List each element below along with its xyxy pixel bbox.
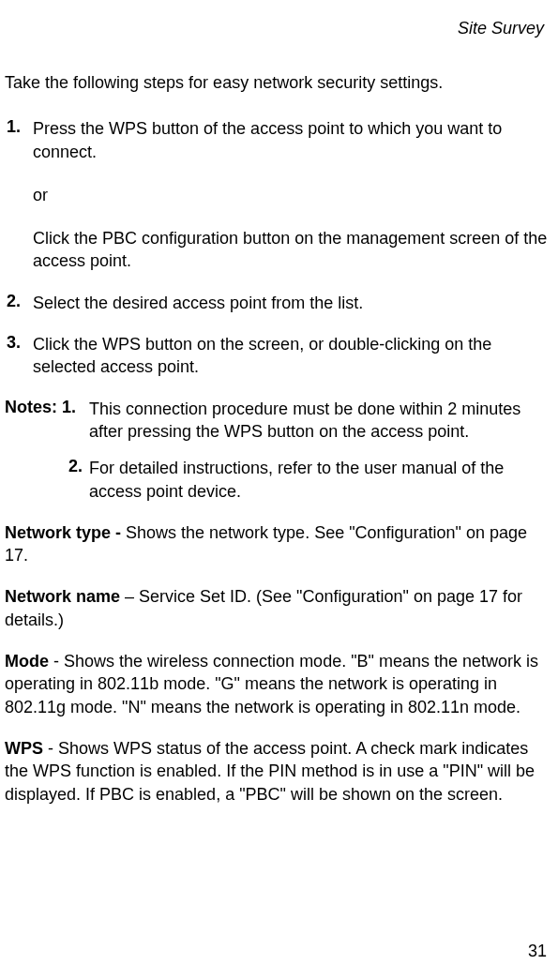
notes-block: Notes: 1. This connection procedure must…	[5, 398, 549, 503]
step-or: or	[33, 184, 549, 206]
definition-network-name: Network name – Service Set ID. (See "Con…	[5, 585, 549, 631]
step-content: Click the WPS button on the screen, or d…	[33, 333, 549, 379]
def-label: Mode	[5, 652, 49, 671]
notes-item-1: This connection procedure must be done w…	[89, 398, 549, 444]
def-text: - Shows WPS status of the access point. …	[5, 739, 535, 804]
step-number: 1.	[5, 117, 33, 272]
notes-item-2: For detailed instructions, refer to the …	[89, 457, 549, 503]
definition-mode: Mode - Shows the wireless connection mod…	[5, 650, 549, 718]
def-label: Network name	[5, 587, 120, 606]
notes-row: 2. For detailed instructions, refer to t…	[5, 457, 549, 503]
step-content: Select the desired access point from the…	[33, 292, 549, 314]
step-item: 2. Select the desired access point from …	[5, 292, 549, 314]
def-label: Network type -	[5, 523, 126, 542]
steps-list: 1. Press the WPS button of the access po…	[5, 117, 549, 378]
def-label: WPS	[5, 739, 43, 758]
notes-number: 2.	[68, 457, 89, 503]
step-number: 3.	[5, 333, 33, 379]
intro-text: Take the following steps for easy networ…	[5, 71, 549, 94]
definition-network-type: Network type - Shows the network type. S…	[5, 521, 549, 567]
step-item: 1. Press the WPS button of the access po…	[5, 117, 549, 272]
header-title: Site Survey	[458, 19, 544, 38]
def-text: - Shows the wireless connection mode. "B…	[5, 652, 538, 716]
step-content: Press the WPS button of the access point…	[33, 117, 549, 272]
page-number: 31	[528, 942, 547, 961]
step-main-text: Press the WPS button of the access point…	[33, 117, 549, 163]
page-header: Site Survey	[5, 19, 549, 38]
step-item: 3. Click the WPS button on the screen, o…	[5, 333, 549, 379]
notes-label: Notes: 1.	[5, 398, 89, 444]
notes-row: Notes: 1. This connection procedure must…	[5, 398, 549, 444]
step-alt-text: Click the PBC configuration button on th…	[33, 227, 549, 273]
step-number: 2.	[5, 292, 33, 314]
definition-wps: WPS - Shows WPS status of the access poi…	[5, 737, 549, 806]
